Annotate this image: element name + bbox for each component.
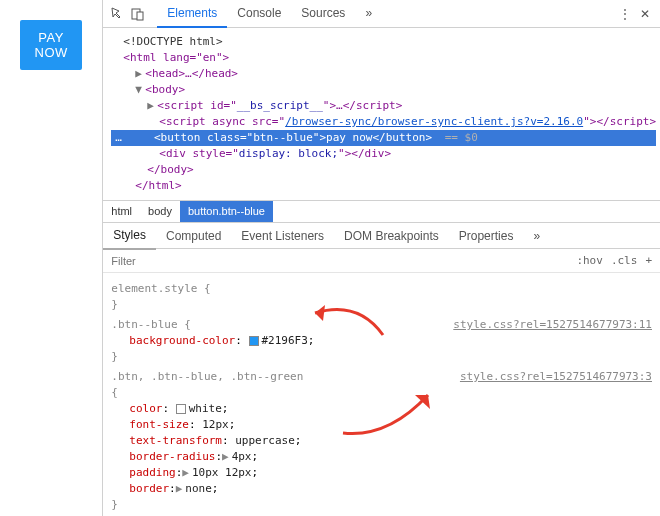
svg-rect-1 [137,12,143,20]
tab-computed[interactable]: Computed [156,223,231,249]
devtools-panel: Elements Console Sources » ⋮ ✕ <!DOCTYPE… [103,0,660,516]
tab-properties[interactable]: Properties [449,223,524,249]
crumb-body[interactable]: body [140,201,180,222]
tab-more[interactable]: » [355,0,382,28]
styles-tab-more[interactable]: » [523,223,550,249]
rule-btn-shared[interactable]: .btn, .btn--blue, .btn--green style.css?… [111,369,652,513]
devtools-tabs: Elements Console Sources » [157,0,382,28]
page-preview: PAY NOW [0,0,103,516]
devtools-toolbar: Elements Console Sources » ⋮ ✕ [103,0,660,28]
dom-tree[interactable]: <!DOCTYPE html> <html lang="en"> ▶<head>… [103,28,660,201]
styles-filter-input[interactable] [111,255,191,267]
breadcrumb: html body button.btn--blue [103,201,660,223]
pay-now-button[interactable]: PAY NOW [20,20,82,70]
styles-body: element.style { } .btn--blue { style.css… [103,273,660,516]
tab-dom-breakpoints[interactable]: DOM Breakpoints [334,223,449,249]
tab-elements[interactable]: Elements [157,0,227,28]
source-link-2[interactable]: style.css?rel=1527514677973:3 [460,369,652,385]
selected-dom-node[interactable]: …<button class="btn--blue">pay now</butt… [111,130,656,146]
styles-filter-row: :hov .cls + [103,249,660,273]
new-rule-button[interactable]: + [645,254,652,267]
device-toggle-icon[interactable] [129,5,147,23]
styles-tabs: Styles Computed Event Listeners DOM Brea… [103,223,660,249]
cls-toggle[interactable]: .cls [611,254,638,267]
inspect-icon[interactable] [109,5,127,23]
hov-toggle[interactable]: :hov [576,254,603,267]
source-link-1[interactable]: style.css?rel=1527514677973:11 [453,317,652,333]
tab-event-listeners[interactable]: Event Listeners [231,223,334,249]
close-icon[interactable]: ✕ [636,5,654,23]
crumb-html[interactable]: html [103,201,140,222]
tab-styles[interactable]: Styles [103,222,156,250]
rule-btn-blue[interactable]: .btn--blue { style.css?rel=1527514677973… [111,317,652,365]
crumb-button[interactable]: button.btn--blue [180,201,273,222]
tab-console[interactable]: Console [227,0,291,28]
kebab-menu-icon[interactable]: ⋮ [616,5,634,23]
rule-element-style[interactable]: element.style { } [111,281,652,313]
tab-sources[interactable]: Sources [291,0,355,28]
